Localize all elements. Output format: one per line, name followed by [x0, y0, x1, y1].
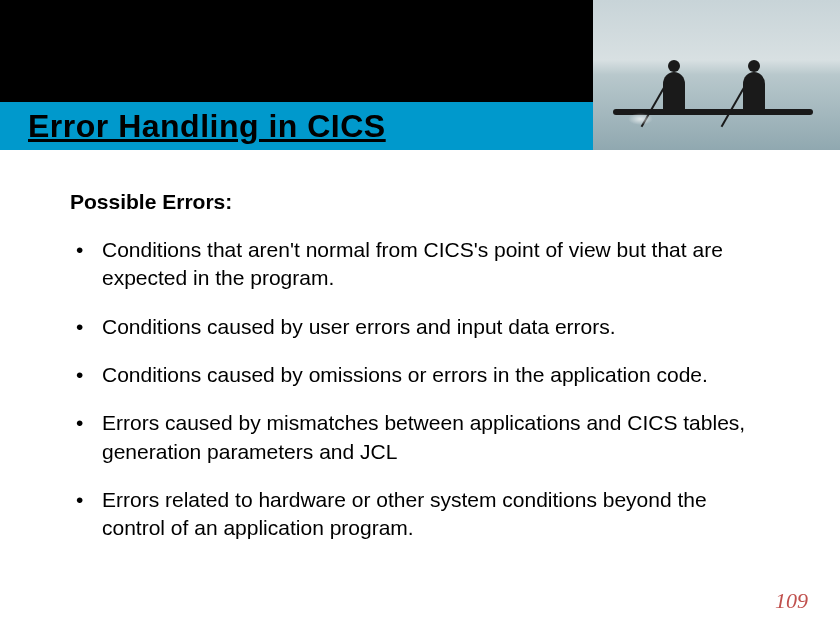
slide-title: Error Handling in CICS [28, 108, 386, 145]
rower-silhouette-1 [663, 72, 685, 112]
header-black-band [0, 0, 593, 102]
header-rowing-image [593, 0, 840, 150]
list-item: Conditions caused by omissions or errors… [98, 361, 770, 389]
page-number: 109 [775, 588, 808, 614]
slide-subtitle: Possible Errors: [70, 190, 770, 214]
slide-header: Error Handling in CICS [0, 0, 840, 150]
bullet-list: Conditions that aren't normal from CICS'… [70, 236, 770, 543]
slide-content: Possible Errors: Conditions that aren't … [70, 190, 770, 563]
list-item: Conditions caused by user errors and inp… [98, 313, 770, 341]
list-item: Errors related to hardware or other syst… [98, 486, 770, 543]
water-splash [628, 113, 653, 125]
list-item: Conditions that aren't normal from CICS'… [98, 236, 770, 293]
rower-silhouette-2 [743, 72, 765, 112]
list-item: Errors caused by mismatches between appl… [98, 409, 770, 466]
